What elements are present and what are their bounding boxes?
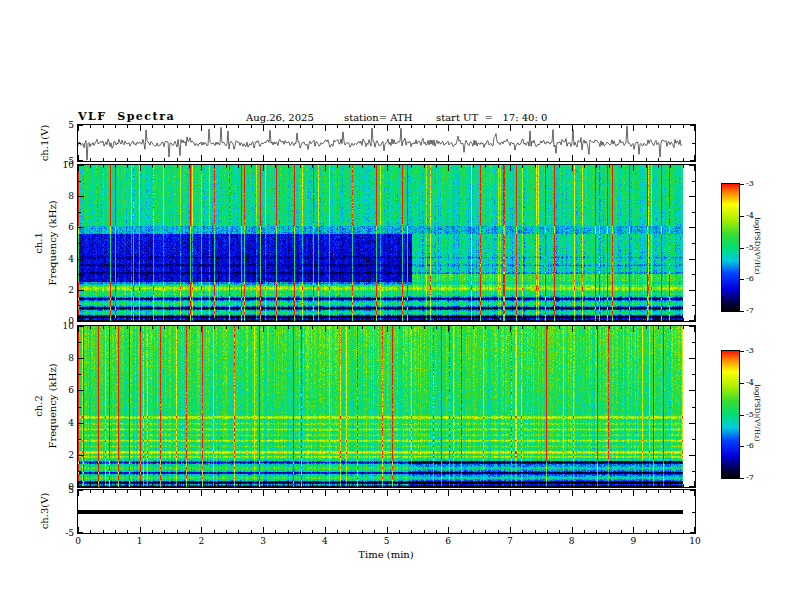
y-tick-label: 10	[52, 160, 74, 170]
ch2-frequency-axis-label: Frequency (kHz)	[47, 346, 61, 466]
colorbar-tick	[740, 478, 744, 479]
colorbar-tick-label: -7	[746, 473, 754, 482]
y-tick-label: 4	[52, 254, 74, 264]
plot-station: station= ATH	[344, 112, 412, 123]
colorbar-ch1	[721, 183, 740, 312]
x-tick-label: 5	[375, 536, 399, 546]
colorbar-tick	[740, 446, 744, 447]
x-tick-label: 4	[313, 536, 337, 546]
y-tick-label: 0	[52, 482, 74, 492]
ch2-spectrogram-panel	[77, 325, 696, 488]
colorbar-tick	[740, 383, 744, 384]
y-tick-label: 8	[52, 353, 74, 363]
colorbar-tick-label: -5	[746, 243, 754, 252]
colorbar-tick-label: -4	[746, 378, 754, 387]
colorbar-tick	[740, 184, 744, 185]
x-tick-label: 8	[560, 536, 584, 546]
time-axis-label: Time (min)	[336, 549, 436, 560]
ch1-spectrogram-canvas	[78, 165, 695, 321]
ch1-spectrogram-panel	[77, 164, 696, 322]
colorbar-tick	[740, 311, 744, 312]
colorbar-tick-label: -5	[746, 410, 754, 419]
colorbar-tick	[740, 248, 744, 249]
ch3-waveform-canvas	[78, 490, 695, 533]
x-tick-label: 2	[189, 536, 213, 546]
x-tick-label: 1	[128, 536, 152, 546]
colorbar-tick-label: -6	[746, 441, 754, 450]
colorbar-ch2-canvas	[722, 351, 739, 478]
colorbar-tick-label: -3	[746, 179, 754, 188]
ch1-voltage-panel	[77, 124, 696, 162]
ch1-waveform-canvas	[78, 125, 695, 161]
colorbar-ch2	[721, 350, 740, 479]
ch3-voltage-panel	[77, 489, 696, 534]
ch3-voltage-axis-label: ch.3(V)	[39, 451, 53, 571]
y-tick-label: 5	[52, 120, 74, 130]
colorbar-tick-label: -7	[746, 306, 754, 315]
y-tick-label: -5	[52, 528, 74, 538]
plot-title: VLF Spectra	[78, 110, 175, 123]
colorbar-tick	[740, 279, 744, 280]
x-tick-label: 3	[251, 536, 275, 546]
colorbar-tick	[740, 351, 744, 352]
y-tick-label: 2	[52, 285, 74, 295]
vlf-spectra-figure: VLF Spectra Aug.26, 2025 station= ATH st…	[0, 0, 792, 612]
plot-date: Aug.26, 2025	[246, 112, 314, 123]
colorbar-tick	[740, 216, 744, 217]
colorbar-ch1-canvas	[722, 184, 739, 311]
colorbar-tick-label: -3	[746, 346, 754, 355]
x-tick-label: 9	[621, 536, 645, 546]
colorbar-tick	[740, 415, 744, 416]
y-tick-label: 4	[52, 418, 74, 428]
ch2-spectrogram-canvas	[78, 326, 695, 487]
colorbar-tick-label: -6	[746, 274, 754, 283]
plot-start-ut: start UT = 17: 40: 0	[436, 112, 547, 123]
x-tick-label: 6	[436, 536, 460, 546]
colorbar-tick-label: -4	[746, 211, 754, 220]
ch1-spectrogram-channel-label: ch.1	[33, 183, 47, 303]
ch2-spectrogram-channel-label: ch.2	[33, 346, 47, 466]
y-tick-label: 6	[52, 222, 74, 232]
x-tick-label: 7	[498, 536, 522, 546]
y-tick-label: 8	[52, 191, 74, 201]
y-tick-label: 10	[52, 321, 74, 331]
x-tick-label: 10	[683, 536, 707, 546]
y-tick-label: 2	[52, 450, 74, 460]
y-tick-label: 6	[52, 385, 74, 395]
